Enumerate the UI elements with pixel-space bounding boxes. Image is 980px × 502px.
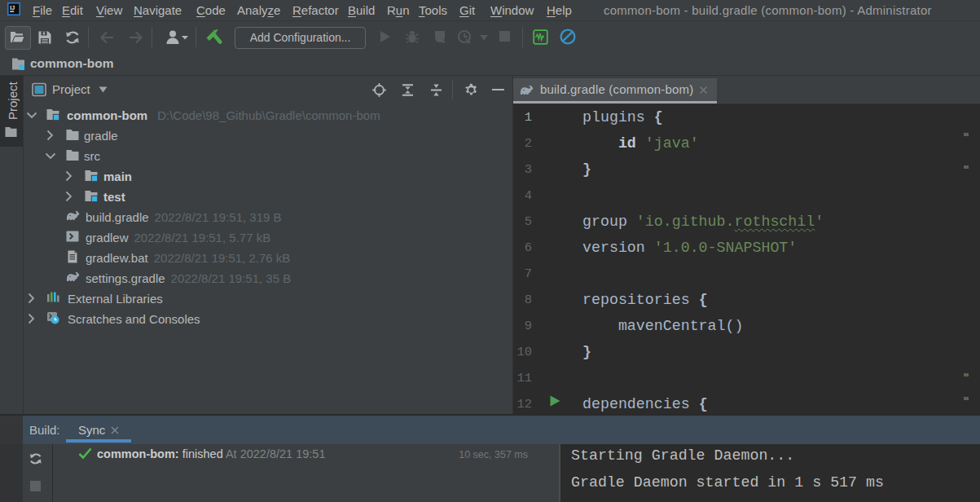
svg-text:IJ: IJ [10, 5, 15, 11]
